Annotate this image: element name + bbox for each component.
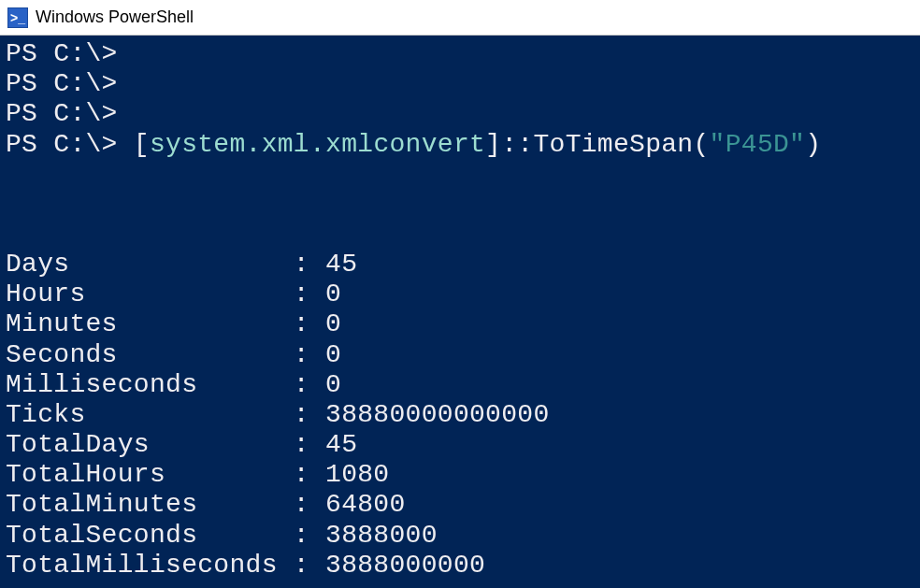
method-call: ::ToTimeSpan( [501, 130, 709, 159]
output-row-3: Seconds : 0 [6, 340, 341, 369]
paren-close: ) [805, 130, 821, 159]
output-row-7: TotalHours : 1080 [6, 460, 389, 489]
output-row-0: Days : 45 [6, 250, 357, 279]
output-row-4: Milliseconds : 0 [6, 370, 341, 399]
output-row-10: TotalMilliseconds : 3888000000 [6, 551, 485, 580]
output-row-9: TotalSeconds : 3888000 [6, 521, 438, 550]
string-value: P45D [726, 130, 789, 159]
prompt-line-3: PS C:\> [6, 99, 118, 128]
output-row-6: TotalDays : 45 [6, 430, 357, 459]
blank-line-1 [6, 160, 914, 190]
powershell-icon: >_ [7, 7, 28, 28]
prompt-line-1: PS C:\> [6, 39, 118, 68]
bracket-close: ] [485, 130, 501, 159]
output-row-8: TotalMinutes : 64800 [6, 490, 406, 519]
terminal-area[interactable]: PS C:\> PS C:\> PS C:\> PS C:\> [system.… [0, 36, 920, 584]
output-row-2: Minutes : 0 [6, 309, 341, 338]
command-prompt: PS C:\> [6, 130, 134, 159]
blank-line-2 [6, 220, 914, 250]
output-row-5: Ticks : 38880000000000 [6, 400, 550, 429]
output-row-1: Hours : 0 [6, 280, 341, 308]
window-title: Windows PowerShell [36, 7, 194, 27]
type-reference: system.xml.xmlconvert [150, 130, 485, 159]
string-quote-close: " [789, 130, 805, 159]
titlebar[interactable]: >_ Windows PowerShell [0, 0, 920, 36]
prompt-line-2: PS C:\> [6, 69, 118, 98]
powershell-icon-glyph: >_ [10, 11, 25, 24]
string-quote-open: " [710, 130, 726, 159]
bracket-open: [ [134, 130, 150, 159]
